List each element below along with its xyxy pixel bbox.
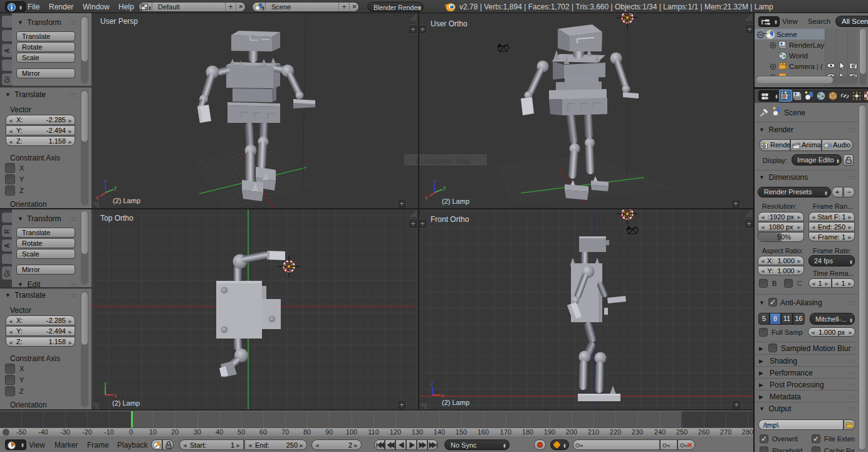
svg-text:y: y <box>104 381 107 387</box>
svg-text:x: x <box>425 194 428 201</box>
svg-text:x: x <box>96 194 99 201</box>
svg-text:z: z <box>431 381 434 387</box>
svg-text:z: z <box>104 178 107 184</box>
svg-text:y: y <box>114 184 117 191</box>
svg-text:x: x <box>114 392 117 399</box>
svg-text:z: z <box>433 178 436 184</box>
svg-text:x: x <box>441 392 444 399</box>
svg-text:y: y <box>443 184 446 191</box>
